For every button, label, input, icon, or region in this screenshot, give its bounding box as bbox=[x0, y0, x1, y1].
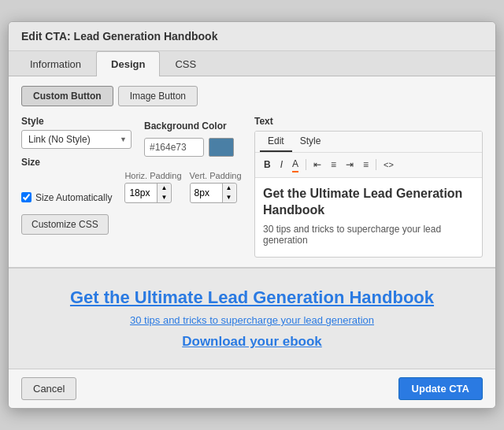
toolbar-divider-2 bbox=[376, 159, 376, 170]
align-right-button[interactable]: ⇥ bbox=[342, 157, 358, 173]
image-button-type[interactable]: Image Button bbox=[118, 86, 198, 106]
horiz-padding-spinner: ▲ ▼ bbox=[124, 183, 172, 203]
size-section: Size Size Automatically Horiz. Padding bbox=[21, 157, 242, 203]
tab-design[interactable]: Design bbox=[96, 51, 160, 76]
update-cta-button[interactable]: Update CTA bbox=[398, 377, 483, 400]
color-input-row bbox=[144, 138, 234, 157]
text-color-button[interactable]: A bbox=[288, 156, 302, 175]
bg-color-label: Background Color bbox=[144, 120, 234, 132]
vert-padding-spinner: ▲ ▼ bbox=[190, 183, 237, 203]
style-select-wrapper: Link (No Style) Button Outline ▼ bbox=[21, 130, 132, 149]
text-body: 30 tips and tricks to supercharge your l… bbox=[263, 224, 474, 246]
text-panel-col: Text Edit Style B I bbox=[254, 116, 483, 258]
horiz-padding-label: Horiz. Padding bbox=[124, 171, 181, 180]
size-auto-checkbox[interactable] bbox=[21, 192, 32, 202]
edit-cta-modal: Edit CTA: Lead Generation Handbook Infor… bbox=[8, 21, 496, 410]
style-select[interactable]: Link (No Style) Button Outline bbox=[21, 130, 132, 149]
modal-title: Edit CTA: Lead Generation Handbook bbox=[9, 22, 495, 51]
horiz-padding-field: Horiz. Padding ▲ ▼ bbox=[124, 171, 181, 203]
style-label: Style bbox=[21, 116, 132, 127]
preview-area: Get the Ultimate Lead Generation Handboo… bbox=[9, 268, 495, 369]
text-format-toolbar: B I A ⇤ ≡ ⇥ ≡ <> bbox=[255, 153, 482, 179]
tab-information[interactable]: Information bbox=[15, 51, 96, 76]
preview-main-link[interactable]: Get the Ultimate Lead Generation Handboo… bbox=[21, 287, 483, 308]
vert-padding-input[interactable] bbox=[191, 184, 222, 202]
modal-footer: Cancel Update CTA bbox=[9, 369, 495, 408]
vert-padding-field: Vert. Padding ▲ ▼ bbox=[190, 171, 242, 203]
button-type-row: Custom Button Image Button bbox=[21, 86, 483, 106]
text-editor-tabs: Edit Style bbox=[255, 132, 482, 153]
text-panel-title: Text bbox=[254, 116, 483, 127]
text-tab-edit[interactable]: Edit bbox=[260, 132, 292, 152]
size-auto-label: Size Automatically bbox=[35, 192, 112, 203]
align-center-button[interactable]: ≡ bbox=[327, 157, 340, 173]
size-auto-checkbox-label[interactable]: Size Automatically bbox=[21, 192, 112, 203]
custom-button-type[interactable]: Custom Button bbox=[21, 86, 113, 106]
text-panel: Edit Style B I A bbox=[254, 131, 483, 258]
horiz-decrement-btn[interactable]: ▼ bbox=[158, 193, 170, 202]
horiz-padding-input[interactable] bbox=[125, 184, 157, 202]
justify-button[interactable]: ≡ bbox=[359, 157, 372, 173]
text-color-underline bbox=[292, 171, 298, 172]
size-row: Size Automatically Horiz. Padding ▲ bbox=[21, 171, 242, 203]
size-label: Size bbox=[21, 157, 242, 168]
preview-sub-text[interactable]: 30 tips and tricks to supercharge your l… bbox=[21, 314, 483, 326]
tabs-row: Information Design CSS bbox=[9, 51, 495, 76]
text-content-area[interactable]: Get the Ultimate Lead Generation Handboo… bbox=[255, 178, 482, 257]
tab-css[interactable]: CSS bbox=[160, 51, 211, 76]
horiz-spinner-arrows: ▲ ▼ bbox=[157, 183, 170, 202]
text-tab-style[interactable]: Style bbox=[292, 132, 329, 152]
italic-button[interactable]: I bbox=[276, 157, 287, 173]
text-heading: Get the Ultimate Lead Generation Handboo… bbox=[263, 186, 474, 219]
settings-row: Style Link (No Style) Button Outline ▼ B… bbox=[21, 116, 483, 258]
vert-padding-label: Vert. Padding bbox=[190, 171, 242, 180]
vert-decrement-btn[interactable]: ▼ bbox=[223, 193, 235, 202]
vert-increment-btn[interactable]: ▲ bbox=[223, 183, 235, 193]
padding-group: Horiz. Padding ▲ ▼ Vert bbox=[124, 171, 241, 203]
toolbar-divider bbox=[306, 159, 306, 170]
color-swatch[interactable] bbox=[209, 138, 234, 157]
style-field-group: Style Link (No Style) Button Outline ▼ bbox=[21, 116, 132, 149]
design-content: Custom Button Image Button Style Link (N… bbox=[9, 76, 495, 269]
code-button[interactable]: <> bbox=[380, 158, 398, 172]
style-bg-row: Style Link (No Style) Button Outline ▼ B… bbox=[21, 116, 242, 157]
bold-button[interactable]: B bbox=[260, 157, 275, 173]
bg-color-input[interactable] bbox=[144, 138, 204, 157]
cancel-button[interactable]: Cancel bbox=[21, 377, 76, 400]
customize-css-button[interactable]: Customize CSS bbox=[21, 214, 109, 235]
align-left-button[interactable]: ⇤ bbox=[309, 157, 325, 173]
bg-color-field: Background Color bbox=[144, 120, 234, 157]
preview-download-link[interactable]: Download your ebook bbox=[21, 334, 483, 350]
vert-spinner-arrows: ▲ ▼ bbox=[222, 183, 235, 202]
left-settings: Style Link (No Style) Button Outline ▼ B… bbox=[21, 116, 242, 258]
size-auto-col: Size Automatically bbox=[21, 192, 112, 203]
horiz-increment-btn[interactable]: ▲ bbox=[158, 183, 170, 193]
